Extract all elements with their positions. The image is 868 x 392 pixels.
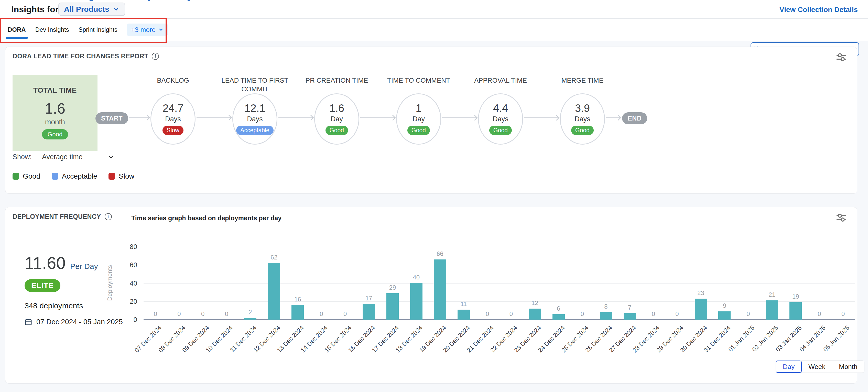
stage-status-badge: Good: [326, 126, 348, 135]
bar-value-label: 0: [193, 310, 213, 318]
insights-page: Insights for All Products View Collectio…: [0, 0, 868, 392]
gridline-80: [144, 247, 855, 247]
legend-swatch: [52, 173, 58, 180]
y-tick-label: 0: [117, 316, 137, 324]
bar-16-dec-2024[interactable]: [363, 304, 375, 320]
bar-value-label: 0: [169, 310, 189, 318]
stage-value: 12.1: [244, 103, 266, 114]
bar-02-jan-2025[interactable]: [766, 300, 778, 320]
view-collection-details-link[interactable]: View Collection Details: [779, 6, 858, 14]
bar-26-dec-2024[interactable]: [600, 312, 612, 320]
legend-item: Good: [12, 172, 40, 180]
flow-end-pill: END: [622, 112, 647, 124]
show-value: Average time: [42, 153, 83, 161]
bar-value-label: 7: [620, 304, 640, 311]
y-tick-label: 80: [117, 243, 137, 251]
bar-value-label: 29: [382, 284, 403, 291]
stage-unit: Day: [412, 115, 425, 123]
stage-circle: 12.1DaysAcceptable: [232, 93, 277, 145]
bar-value-label: 0: [572, 310, 592, 318]
chevron-down-icon: [107, 153, 114, 161]
stage-status-badge: Acceptable: [236, 126, 274, 135]
bar-value-label: 0: [216, 310, 237, 318]
stage-merge-time: MERGE TIME3.9DaysGood: [541, 76, 623, 145]
stage-circle: 4.4DaysGood: [478, 93, 523, 145]
bar-value-label: 23: [691, 290, 711, 297]
bar-value-label: 21: [762, 291, 782, 298]
flow-start-pill: START: [95, 112, 128, 124]
show-dropdown[interactable]: Show: Average time: [12, 153, 114, 161]
bar-24-dec-2024[interactable]: [553, 314, 565, 320]
bar-17-dec-2024[interactable]: [386, 293, 399, 320]
stage-value: 24.7: [162, 103, 184, 114]
granularity-month-button[interactable]: Month: [832, 361, 864, 373]
bar-03-jan-2025[interactable]: [789, 302, 802, 320]
y-tick-label: 40: [117, 279, 137, 288]
granularity-toggle: DayWeekMonth: [776, 361, 864, 373]
chevron-down-icon: [158, 27, 164, 32]
bar-value-label: 0: [643, 310, 663, 318]
bar-31-dec-2024[interactable]: [718, 311, 731, 320]
topbar: Insights for All Products View Collectio…: [0, 0, 868, 19]
tab-list: DORADev InsightsSprint Insights+3 more: [8, 19, 168, 41]
bar-13-dec-2024[interactable]: [291, 305, 304, 320]
stage-unit: Days: [165, 115, 181, 123]
clipped-text-artifact: [90, 0, 93, 1]
granularity-day-button[interactable]: Day: [776, 361, 802, 373]
stage-label: APPROVAL TIME: [474, 76, 527, 93]
stage-circle: 1.6DayGood: [314, 93, 359, 145]
y-tick-label: 20: [117, 298, 137, 305]
tab-dev-insights[interactable]: Dev Insights: [35, 19, 69, 41]
stage-label: PR CREATION TIME: [306, 76, 368, 93]
bar-18-dec-2024[interactable]: [410, 283, 423, 320]
bar-value-label: 0: [809, 310, 830, 318]
bar-value-label: 66: [430, 250, 450, 258]
bar-19-dec-2024[interactable]: [434, 260, 446, 320]
y-tick-label: 60: [117, 261, 137, 269]
stage-value: 1: [415, 103, 422, 114]
clipped-text-artifact: [188, 0, 190, 1]
stage-circle: 3.9DaysGood: [560, 93, 605, 145]
bar-20-dec-2024[interactable]: [458, 310, 470, 320]
stage-unit: Days: [493, 115, 508, 123]
legend-label: Slow: [119, 172, 134, 180]
stage-label: LEAD TIME TO FIRST COMMIT: [214, 76, 296, 93]
granularity-week-button[interactable]: Week: [802, 361, 832, 373]
bar-value-label: 6: [548, 305, 569, 312]
bar-value-label: 0: [477, 310, 498, 318]
legend-swatch: [12, 173, 19, 180]
lead-time-flow: BACKLOG24.7DaysSlowLEAD TIME TO FIRST CO…: [5, 47, 857, 193]
bar-value-label: 62: [264, 254, 284, 261]
product-selector-value: All Products: [64, 5, 109, 13]
stage-value: 1.6: [329, 103, 344, 114]
stage-circle: 1DayGood: [396, 93, 441, 145]
bar-value-label: 0: [501, 310, 521, 318]
bar-value-label: 17: [359, 295, 379, 302]
legend-item: Acceptable: [52, 172, 97, 180]
gridline-40: [144, 283, 855, 283]
bar-value-label: 0: [311, 310, 332, 318]
stage-unit: Days: [575, 115, 590, 123]
legend-label: Acceptable: [62, 172, 97, 180]
legend-swatch: [108, 173, 115, 180]
stage-unit: Days: [247, 115, 263, 123]
gridline-20: [144, 301, 855, 302]
bar-value-label: 19: [785, 293, 806, 300]
clipped-text-artifact: [148, 0, 150, 1]
more-tabs-button[interactable]: +3 more: [127, 24, 168, 36]
stage-lead-time-to-first-commit: LEAD TIME TO FIRST COMMIT12.1DaysAccepta…: [214, 76, 296, 145]
tab-sprint-insights[interactable]: Sprint Insights: [79, 19, 118, 41]
bar-23-dec-2024[interactable]: [529, 309, 541, 320]
bar-30-dec-2024[interactable]: [695, 299, 707, 320]
stage-label: MERGE TIME: [561, 76, 603, 93]
bar-11-dec-2024[interactable]: [244, 318, 256, 320]
more-tabs-label: +3 more: [131, 26, 156, 34]
stage-status-badge: Good: [571, 126, 594, 135]
chevron-down-icon: [113, 6, 120, 12]
bar-27-dec-2024[interactable]: [624, 313, 636, 320]
product-selector-button[interactable]: All Products: [58, 3, 125, 16]
tab-dora[interactable]: DORA: [8, 19, 26, 41]
status-legend: GoodAcceptableSlow: [12, 172, 134, 180]
bar-12-dec-2024[interactable]: [268, 263, 280, 320]
bar-value-label: 0: [667, 310, 687, 318]
